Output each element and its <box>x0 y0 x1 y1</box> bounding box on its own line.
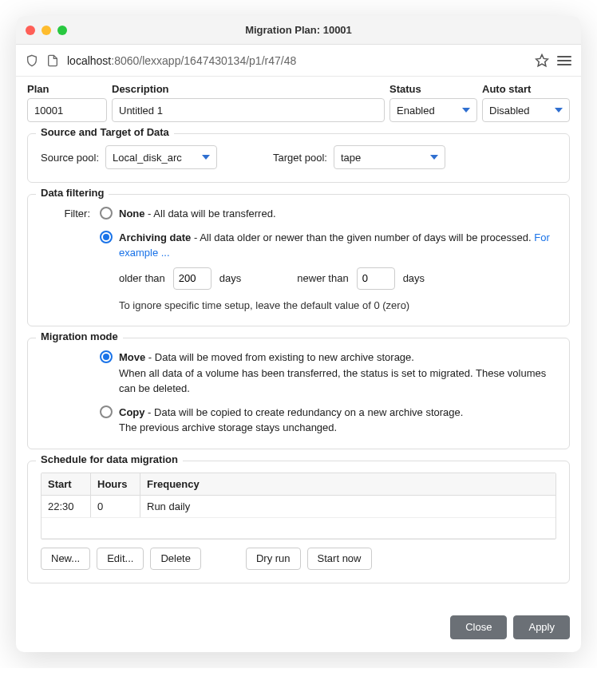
data-filtering-fieldset: Data filtering Filter: None - All data w… <box>27 194 570 326</box>
app-window: Migration Plan: 10001 localhost:8060/lex… <box>16 16 581 652</box>
dialog-footer: Close Apply <box>16 604 581 652</box>
autostart-label: Auto start <box>482 83 570 95</box>
schedule-fieldset: Schedule for data migration Start Hours … <box>27 461 570 583</box>
description-input[interactable]: Untitled 1 <box>112 98 385 122</box>
cell-frequency: Run daily <box>140 496 555 517</box>
source-pool-label: Source pool: <box>41 152 99 164</box>
plan-input[interactable]: 10001 <box>27 98 107 122</box>
mode-move-text: Move - Data will be moved from existing … <box>119 350 556 397</box>
col-frequency: Frequency <box>140 473 555 495</box>
url-rest: :8060/lexxapp/1647430134/p1/r47/48 <box>111 54 296 67</box>
bookmark-star-icon[interactable] <box>535 53 549 68</box>
mode-copy-radio[interactable] <box>100 405 113 418</box>
url-display[interactable]: localhost:8060/lexxapp/1647430134/p1/r47… <box>67 54 527 67</box>
edit-button[interactable]: Edit... <box>97 548 144 570</box>
plan-label: Plan <box>27 83 107 95</box>
url-host: localhost <box>67 54 111 67</box>
start-now-button[interactable]: Start now <box>307 548 372 570</box>
delete-button[interactable]: Delete <box>150 548 201 570</box>
minimize-window-icon[interactable] <box>42 26 51 35</box>
col-hours: Hours <box>91 473 140 495</box>
source-target-legend: Source and Target of Data <box>36 126 174 138</box>
status-label: Status <box>389 83 477 95</box>
newer-than-label: newer than <box>297 271 348 287</box>
shield-icon[interactable] <box>26 54 38 67</box>
days-label: days <box>403 271 425 287</box>
newer-than-input[interactable] <box>357 267 395 290</box>
filter-archiving-text: Archiving date - All data older or newer… <box>119 230 556 314</box>
schedule-legend: Schedule for data migration <box>36 453 183 465</box>
filter-label: Filter: <box>41 206 90 313</box>
schedule-buttons: New... Edit... Delete Dry run Start now <box>41 548 556 570</box>
chevron-down-icon <box>555 108 563 113</box>
filter-none-text: None - All data will be transferred. <box>119 206 276 222</box>
data-filtering-legend: Data filtering <box>36 187 109 199</box>
cell-hours: 0 <box>91 496 140 517</box>
hamburger-menu-icon[interactable] <box>557 53 571 68</box>
mode-copy-text: Copy - Data will be copied to create red… <box>119 405 463 436</box>
titlebar: Migration Plan: 10001 <box>16 16 581 45</box>
description-label: Description <box>112 83 385 95</box>
page-icon[interactable] <box>46 54 59 67</box>
top-fields-row: Plan 10001 Description Untitled 1 Status… <box>27 83 570 122</box>
dry-run-button[interactable]: Dry run <box>246 548 301 570</box>
close-window-icon[interactable] <box>26 26 35 35</box>
maximize-window-icon[interactable] <box>57 26 67 35</box>
close-button[interactable]: Close <box>450 615 507 639</box>
autostart-select[interactable]: Disabled <box>482 98 570 122</box>
older-than-label: older than <box>119 271 165 287</box>
content-area: Plan 10001 Description Untitled 1 Status… <box>16 77 581 604</box>
svg-marker-0 <box>536 54 548 65</box>
chevron-down-icon <box>462 108 470 113</box>
target-pool-label: Target pool: <box>273 152 327 164</box>
source-pool-select[interactable]: Local_disk_arc <box>105 145 217 169</box>
table-row[interactable]: 22:30 0 Run daily <box>42 496 555 518</box>
status-select[interactable]: Enabled <box>389 98 477 122</box>
migration-mode-legend: Migration mode <box>36 330 123 342</box>
target-pool-select[interactable]: tape <box>334 145 445 169</box>
window-title: Migration Plan: 10001 <box>16 24 581 36</box>
days-label: days <box>219 271 241 287</box>
schedule-table: Start Hours Frequency 22:30 0 Run daily <box>41 473 556 540</box>
filter-hint: To ignore specific time setup, leave the… <box>119 298 556 314</box>
table-row-empty <box>42 518 555 539</box>
new-button[interactable]: New... <box>41 548 90 570</box>
filter-archiving-radio[interactable] <box>100 231 113 243</box>
apply-button[interactable]: Apply <box>513 615 570 639</box>
older-than-input[interactable] <box>173 267 212 290</box>
traffic-lights <box>26 26 67 35</box>
table-header: Start Hours Frequency <box>42 473 555 496</box>
address-bar: localhost:8060/lexxapp/1647430134/p1/r47… <box>16 45 581 77</box>
chevron-down-icon <box>430 155 438 160</box>
mode-move-radio[interactable] <box>100 350 113 363</box>
chevron-down-icon <box>202 155 210 160</box>
filter-none-radio[interactable] <box>100 207 113 219</box>
col-start: Start <box>42 473 91 495</box>
cell-start: 22:30 <box>42 496 91 517</box>
source-target-fieldset: Source and Target of Data Source pool: L… <box>27 133 570 183</box>
migration-mode-fieldset: Migration mode Move - Data will be moved… <box>27 338 570 449</box>
